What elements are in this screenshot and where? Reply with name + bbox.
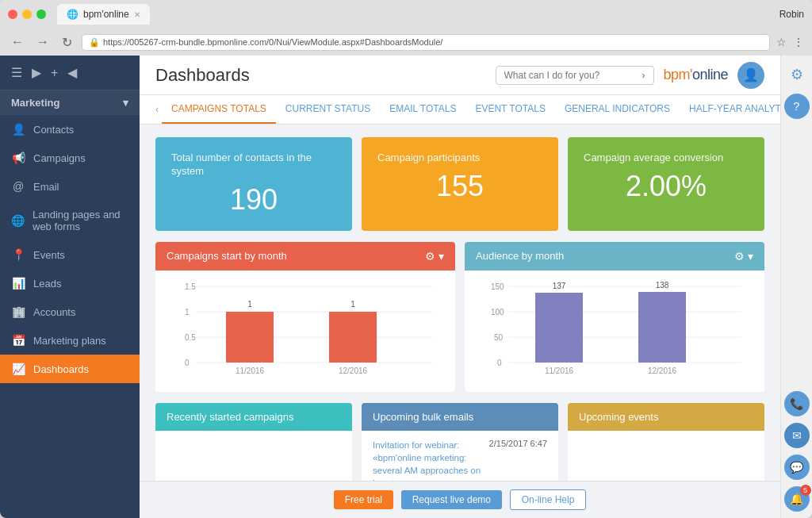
- tab-campaigns-totals[interactable]: CAMPAIGNS TOTALS: [162, 95, 276, 124]
- audience-bar-1: [535, 293, 583, 363]
- sidebar-item-label-landing: Landing pages and web forms: [33, 209, 128, 232]
- search-go-icon[interactable]: ›: [642, 70, 645, 81]
- browser-menu-icon[interactable]: ⋮: [793, 36, 804, 48]
- campaigns-chart-body: 1.5 1 0.5 0 1: [155, 271, 455, 392]
- forward-button[interactable]: →: [33, 33, 52, 51]
- help-icon[interactable]: ?: [784, 94, 810, 119]
- sidebar-header: ☰ ▶ + ◀: [0, 56, 140, 90]
- request-demo-button[interactable]: Request live demo: [401, 490, 502, 509]
- app-container: ☰ ▶ + ◀ Marketing ▾ 👤 Contacts 📢 Campaig…: [0, 56, 812, 518]
- audience-chart-body: 150 100 50 0 137: [465, 271, 764, 392]
- upcoming-events-body: [568, 431, 764, 447]
- sidebar-item-label-campaigns: Campaigns: [33, 152, 86, 164]
- add-icon[interactable]: +: [51, 66, 58, 80]
- svg-text:100: 100: [491, 308, 504, 317]
- campaigns-chart-svg: 1.5 1 0.5 0 1: [167, 278, 444, 382]
- email-icon: @: [11, 180, 25, 193]
- free-trial-button[interactable]: Free trial: [334, 490, 393, 509]
- svg-text:1: 1: [350, 300, 355, 309]
- browser-addressbar: ← → ↻ 🔒 https://005267-crm-bundle.bpmonl…: [0, 29, 812, 56]
- footer-bar: Free trial Request live demo On-line Hel…: [140, 481, 780, 518]
- tab-favicon: 🌐: [67, 9, 79, 20]
- tab-half-year-analytics[interactable]: HALF-YEAR ANALYTICS: [680, 95, 780, 124]
- stat-cards: Total number of contacts in the system 1…: [155, 137, 764, 231]
- sidebar-item-events[interactable]: 📍 Events: [0, 240, 140, 269]
- tab-email-totals[interactable]: EMAIL TOTALS: [380, 95, 465, 124]
- svg-text:1.5: 1.5: [185, 282, 196, 291]
- sidebar-item-label-dashboards: Dashboards: [33, 363, 89, 375]
- close-button[interactable]: [8, 10, 17, 19]
- marketing-plans-icon: 📅: [11, 334, 25, 347]
- menu-icon[interactable]: ☰: [11, 65, 22, 80]
- settings-icon[interactable]: ⚙: [784, 62, 810, 87]
- recently-started-header: Recently started campaigns: [155, 403, 352, 431]
- svg-text:0: 0: [185, 359, 190, 367]
- tab-event-totals[interactable]: EVENT TOTALS: [465, 95, 554, 124]
- svg-text:1: 1: [247, 300, 252, 309]
- refresh-button[interactable]: ↻: [59, 33, 75, 52]
- svg-text:0.5: 0.5: [185, 333, 196, 342]
- mail-right-icon[interactable]: ✉: [784, 423, 810, 448]
- address-text: https://005267-crm-bundle.bpmonline.com/…: [103, 37, 442, 47]
- leads-icon: 📊: [11, 277, 25, 290]
- sidebar-item-leads[interactable]: 📊 Leads: [0, 269, 140, 297]
- main-content: Dashboards › bpm'online 👤 ‹: [140, 56, 780, 518]
- sidebar-item-accounts[interactable]: 🏢 Accounts: [0, 297, 140, 326]
- sidebar-item-email[interactable]: @ Email: [0, 172, 140, 201]
- sidebar: ☰ ▶ + ◀ Marketing ▾ 👤 Contacts 📢 Campaig…: [0, 56, 140, 518]
- svg-text:12/2016: 12/2016: [339, 366, 368, 375]
- email-link[interactable]: Invitation for webinar: «bpm'online mark…: [373, 439, 483, 481]
- tab-close-icon[interactable]: ✕: [134, 10, 140, 19]
- phone-icon[interactable]: 📞: [784, 391, 810, 416]
- campaigns-chart-card: Campaigns start by month ⚙ ▾ 1.5 1 0.5 0: [155, 242, 455, 392]
- maximize-button[interactable]: [36, 10, 46, 19]
- top-bar: Dashboards › bpm'online 👤: [140, 56, 780, 95]
- sidebar-item-campaigns[interactable]: 📢 Campaigns: [0, 144, 140, 172]
- search-box[interactable]: ›: [496, 66, 654, 85]
- browser-titlebar: 🌐 bpm'online ✕ Robin: [0, 0, 812, 29]
- minimize-button[interactable]: [22, 10, 32, 19]
- svg-text:50: 50: [494, 333, 504, 342]
- tab-prev-icon[interactable]: ‹: [155, 104, 159, 115]
- tab-current-status[interactable]: CURRENT STATUS: [276, 95, 380, 124]
- svg-text:0: 0: [497, 359, 502, 367]
- dashboards-icon: 📈: [11, 363, 25, 375]
- browser-tab[interactable]: 🌐 bpm'online ✕: [57, 4, 150, 25]
- notification-icon[interactable]: 🔔 5: [784, 486, 810, 512]
- campaigns-bar-2: [329, 312, 377, 363]
- upcoming-emails-body: Invitation for webinar: «bpm'online mark…: [362, 431, 558, 481]
- stat-card-contacts-value: 190: [171, 183, 336, 217]
- audience-chart-header: Audience by month ⚙ ▾: [465, 242, 764, 271]
- recently-started-body: [155, 431, 352, 447]
- bookmark-icon[interactable]: ☆: [776, 36, 787, 48]
- address-bar[interactable]: 🔒 https://005267-crm-bundle.bpmonline.co…: [82, 34, 770, 51]
- sidebar-item-label-events: Events: [33, 249, 65, 261]
- sidebar-item-contacts[interactable]: 👤 Contacts: [0, 115, 140, 144]
- sidebar-item-label-leads: Leads: [33, 278, 61, 290]
- tab-general-indicators[interactable]: GENERAL INDICATORS: [555, 95, 680, 124]
- sidebar-item-label-email: Email: [33, 181, 59, 193]
- user-avatar[interactable]: 👤: [737, 62, 764, 89]
- tabs-bar: ‹ CAMPAIGNS TOTALS CURRENT STATUS EMAIL …: [140, 95, 780, 125]
- search-input[interactable]: [504, 70, 638, 81]
- audience-chart-card: Audience by month ⚙ ▾ 150 100 50 0: [465, 242, 764, 392]
- back-button[interactable]: ←: [8, 33, 27, 51]
- svg-text:1: 1: [185, 308, 190, 317]
- user-name-bar: Robin: [779, 9, 804, 20]
- play-icon[interactable]: ▶: [32, 65, 41, 80]
- chat-icon[interactable]: 💬: [784, 455, 810, 480]
- sidebar-item-dashboards[interactable]: 📈 Dashboards: [0, 355, 140, 383]
- audience-chart-settings-icon[interactable]: ⚙ ▾: [734, 250, 753, 263]
- collapse-icon[interactable]: ◀: [67, 65, 77, 80]
- browser-window: 🌐 bpm'online ✕ Robin ← → ↻ 🔒 https://005…: [0, 0, 812, 518]
- landing-icon: 🌐: [11, 214, 25, 227]
- sidebar-section-marketing[interactable]: Marketing ▾: [0, 90, 140, 115]
- brand-logo: bpm'online: [664, 67, 729, 83]
- campaigns-chart-settings-icon[interactable]: ⚙ ▾: [425, 250, 444, 263]
- lock-icon: 🔒: [89, 37, 100, 48]
- sidebar-item-marketing-plans[interactable]: 📅 Marketing plans: [0, 326, 140, 355]
- svg-text:12/2016: 12/2016: [648, 366, 677, 375]
- svg-text:11/2016: 11/2016: [236, 366, 265, 375]
- sidebar-item-landing[interactable]: 🌐 Landing pages and web forms: [0, 201, 140, 240]
- online-help-button[interactable]: On-line Help: [510, 489, 587, 510]
